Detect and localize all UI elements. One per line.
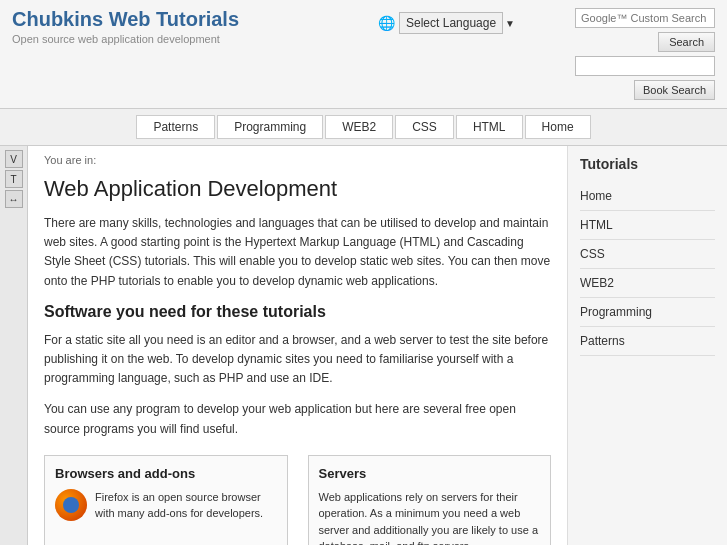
paragraph3: You can use any program to develop your …	[44, 400, 551, 438]
nav-item-programming[interactable]: Programming	[217, 115, 323, 139]
firefox-icon	[55, 489, 87, 521]
section-subtitle: Software you need for these tutorials	[44, 303, 551, 321]
header-right: Search Book Search	[525, 8, 715, 100]
firefox-inner	[63, 497, 79, 513]
header-middle: 🌐 Select Language ▼	[378, 12, 515, 34]
nav-item-home[interactable]: Home	[525, 115, 591, 139]
search-button[interactable]: Search	[658, 32, 715, 52]
header-left: Chubkins Web Tutorials Open source web a…	[12, 8, 378, 45]
browsers-section: Browsers and add-ons Firefox is an open …	[44, 455, 288, 545]
book-search-row	[575, 56, 715, 76]
book-search-button[interactable]: Book Search	[634, 80, 715, 100]
site-title[interactable]: Chubkins Web Tutorials	[12, 8, 378, 31]
nav-item-css[interactable]: CSS	[395, 115, 454, 139]
main-wrapper: VT↔ You are in: Web Application Developm…	[0, 146, 727, 545]
site-subtitle: Open source web application development	[12, 33, 378, 45]
tutorial-link-patterns[interactable]: Patterns	[580, 327, 715, 356]
tutorial-link-css[interactable]: CSS	[580, 240, 715, 269]
firefox-text: Firefox is an open source browser with m…	[95, 489, 277, 522]
left-icon-v[interactable]: V	[5, 150, 23, 168]
browsers-content: Firefox is an open source browser with m…	[55, 489, 277, 522]
nav-item-patterns[interactable]: Patterns	[136, 115, 215, 139]
breadcrumb: You are in:	[44, 154, 551, 166]
nav-item-html[interactable]: HTML	[456, 115, 523, 139]
tutorial-link-html[interactable]: HTML	[580, 211, 715, 240]
left-sidebar: VT↔	[0, 146, 28, 545]
servers-text: Web applications rely on servers for the…	[319, 489, 541, 545]
tutorials-title: Tutorials	[580, 156, 715, 172]
chevron-down-icon: ▼	[505, 18, 515, 29]
header: Chubkins Web Tutorials Open source web a…	[0, 0, 727, 109]
tutorial-link-web2[interactable]: WEB2	[580, 269, 715, 298]
select-language-button[interactable]: Select Language	[399, 12, 503, 34]
browsers-title: Browsers and add-ons	[55, 466, 277, 481]
intro-paragraph: There are many skills, technologies and …	[44, 214, 551, 291]
servers-section: Servers Web applications rely on servers…	[308, 455, 552, 545]
page-title: Web Application Development	[44, 176, 551, 202]
search-row1	[575, 8, 715, 28]
left-icon-t[interactable]: T	[5, 170, 23, 188]
nav-item-web2[interactable]: WEB2	[325, 115, 393, 139]
content-area: You are in: Web Application Development …	[28, 146, 567, 545]
tutorial-link-programming[interactable]: Programming	[580, 298, 715, 327]
navbar: PatternsProgrammingWEB2CSSHTMLHome	[0, 109, 727, 146]
book-search-input[interactable]	[575, 56, 715, 76]
servers-title: Servers	[319, 466, 541, 481]
tutorial-link-home[interactable]: Home	[580, 182, 715, 211]
translate-icon: 🌐	[378, 15, 395, 31]
paragraph2: For a static site all you need is an edi…	[44, 331, 551, 389]
right-sidebar: Tutorials HomeHTMLCSSWEB2ProgrammingPatt…	[567, 146, 727, 545]
search-input[interactable]	[575, 8, 715, 28]
left-icon-arrow[interactable]: ↔	[5, 190, 23, 208]
bottom-sections: Browsers and add-ons Firefox is an open …	[44, 455, 551, 545]
